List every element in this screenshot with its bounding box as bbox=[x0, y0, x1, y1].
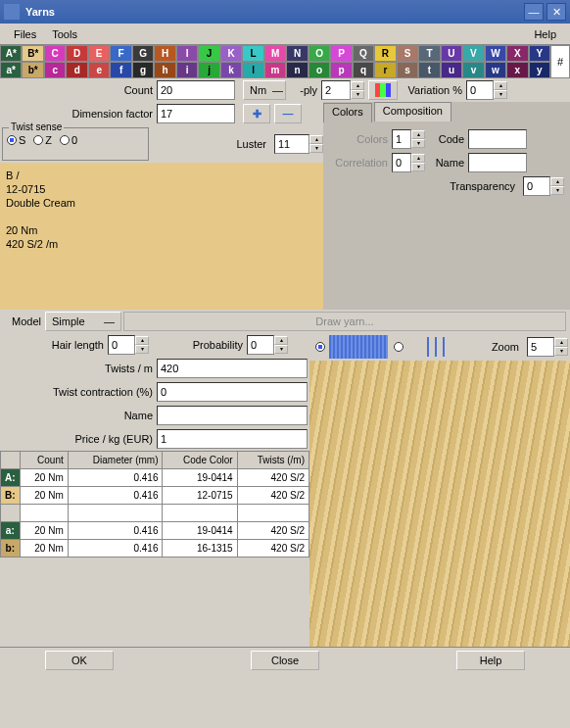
ply-spinner[interactable]: ▴▾ bbox=[351, 81, 364, 99]
colors-count-input[interactable] bbox=[392, 129, 411, 149]
minimize-button[interactable]: — bbox=[524, 3, 544, 21]
palette-cell-d[interactable]: d bbox=[66, 62, 87, 78]
menu-help[interactable]: Help bbox=[526, 26, 564, 42]
palette-cell-o[interactable]: o bbox=[309, 62, 330, 78]
palette-cell-k[interactable]: k bbox=[220, 62, 242, 78]
palette-cell-f[interactable]: f bbox=[110, 62, 131, 78]
tab-composition[interactable]: Composition bbox=[374, 102, 451, 121]
palette-cell-t[interactable]: t bbox=[418, 62, 440, 78]
palette-cell-C[interactable]: C bbox=[44, 45, 66, 62]
palette-cell-n[interactable]: n bbox=[286, 62, 308, 78]
contraction-input[interactable] bbox=[157, 382, 308, 402]
palette-cell-D[interactable]: D bbox=[66, 45, 87, 62]
palette-cell-b*[interactable]: b* bbox=[22, 62, 43, 78]
luster-spinner[interactable]: ▴▾ bbox=[309, 135, 323, 153]
palette-cell-K[interactable]: K bbox=[220, 45, 242, 62]
luster-input[interactable] bbox=[274, 134, 309, 154]
tab-colors[interactable]: Colors bbox=[323, 103, 372, 122]
unit-select[interactable]: Nm — bbox=[243, 80, 286, 100]
close-button[interactable]: ✕ bbox=[546, 3, 566, 21]
twist-z-radio[interactable] bbox=[33, 135, 43, 145]
palette-cell-S[interactable]: S bbox=[397, 45, 418, 62]
code-input[interactable] bbox=[468, 129, 527, 149]
palette-cell-P[interactable]: P bbox=[330, 45, 352, 62]
model-select[interactable]: Simple— bbox=[45, 312, 121, 331]
menu-files[interactable]: Files bbox=[6, 26, 44, 42]
palette-cell-j[interactable]: j bbox=[198, 62, 219, 78]
palette-cell-F[interactable]: F bbox=[110, 45, 131, 62]
close-dialog-button[interactable]: Close bbox=[251, 651, 319, 670]
palette-cell-m[interactable]: m bbox=[264, 62, 286, 78]
palette-cell-E[interactable]: E bbox=[88, 45, 110, 62]
palette-cell-s[interactable]: s bbox=[397, 62, 418, 78]
palette-cell-V[interactable]: V bbox=[462, 45, 484, 62]
plus-button[interactable]: ✚ bbox=[243, 104, 270, 123]
palette-cell-c[interactable]: c bbox=[44, 62, 66, 78]
ok-button[interactable]: OK bbox=[45, 651, 114, 670]
transparency-input[interactable] bbox=[523, 176, 550, 196]
count-input[interactable] bbox=[157, 80, 235, 100]
palette-cell-H[interactable]: H bbox=[154, 45, 175, 62]
palette-cell-w[interactable]: w bbox=[485, 62, 506, 78]
zoom-spinner[interactable]: ▴▾ bbox=[554, 338, 568, 356]
yarn-swatch: B / 12-0715 Double Cream 20 Nm 420 S/2 /… bbox=[0, 163, 323, 310]
palette-cell-a*[interactable]: a* bbox=[0, 62, 22, 78]
transparency-spinner[interactable]: ▴▾ bbox=[550, 177, 564, 195]
palette-cell-Y[interactable]: Y bbox=[529, 45, 550, 62]
probability-input[interactable] bbox=[247, 335, 274, 355]
palette-cell-L[interactable]: L bbox=[242, 45, 263, 62]
palette-cell-T[interactable]: T bbox=[418, 45, 440, 62]
dimension-input[interactable] bbox=[157, 104, 235, 123]
colors-count-spinner[interactable]: ▴▾ bbox=[411, 130, 425, 148]
palette-cell-x[interactable]: x bbox=[506, 62, 528, 78]
palette-cell-i[interactable]: i bbox=[176, 62, 198, 78]
menu-tools[interactable]: Tools bbox=[44, 26, 85, 42]
palette-cell-l[interactable]: l bbox=[242, 62, 263, 78]
palette-cell-N[interactable]: N bbox=[286, 45, 308, 62]
palette-cell-h[interactable]: h bbox=[154, 62, 175, 78]
palette-cell-q[interactable]: q bbox=[353, 62, 374, 78]
hair-length-input[interactable] bbox=[108, 335, 135, 355]
twist-0-radio[interactable] bbox=[60, 135, 70, 145]
palette-cell-G[interactable]: G bbox=[132, 45, 154, 62]
color-name-input[interactable] bbox=[468, 153, 527, 172]
palette-hash-button[interactable]: # bbox=[550, 45, 570, 78]
minus-button[interactable]: — bbox=[274, 104, 302, 123]
preview-radio-2[interactable] bbox=[394, 342, 404, 352]
hair-length-label: Hair length bbox=[2, 339, 108, 351]
palette-cell-r[interactable]: r bbox=[374, 62, 396, 78]
correlation-spinner[interactable]: ▴▾ bbox=[411, 154, 425, 171]
palette-picker-button[interactable] bbox=[368, 80, 398, 100]
name-input[interactable] bbox=[157, 406, 308, 425]
variation-input[interactable] bbox=[466, 80, 494, 100]
palette-cell-y[interactable]: y bbox=[529, 62, 550, 78]
palette-cell-I[interactable]: I bbox=[176, 45, 198, 62]
draw-yarn-button[interactable]: Draw yarn... bbox=[123, 312, 566, 331]
palette-cell-U[interactable]: U bbox=[441, 45, 462, 62]
palette-cell-J[interactable]: J bbox=[198, 45, 219, 62]
palette-cell-u[interactable]: u bbox=[441, 62, 462, 78]
palette-cell-B*[interactable]: B* bbox=[22, 45, 43, 62]
palette-cell-g[interactable]: g bbox=[132, 62, 154, 78]
twists-m-input[interactable] bbox=[157, 359, 308, 378]
palette-cell-e[interactable]: e bbox=[88, 62, 110, 78]
palette-cell-M[interactable]: M bbox=[264, 45, 286, 62]
twist-s-radio[interactable] bbox=[7, 135, 17, 145]
palette-cell-A*[interactable]: A* bbox=[0, 45, 22, 62]
palette-cell-W[interactable]: W bbox=[485, 45, 506, 62]
hair-length-spinner[interactable]: ▴▾ bbox=[135, 336, 149, 354]
help-button[interactable]: Help bbox=[456, 651, 525, 670]
palette-cell-R[interactable]: R bbox=[374, 45, 396, 62]
preview-radio-1[interactable] bbox=[315, 342, 325, 352]
price-input[interactable] bbox=[157, 429, 308, 449]
palette-cell-X[interactable]: X bbox=[506, 45, 528, 62]
variation-spinner[interactable]: ▴▾ bbox=[494, 81, 507, 99]
palette-cell-p[interactable]: p bbox=[330, 62, 352, 78]
ply-input[interactable] bbox=[321, 80, 351, 100]
correlation-input[interactable] bbox=[392, 153, 411, 172]
probability-spinner[interactable]: ▴▾ bbox=[274, 336, 288, 354]
zoom-input[interactable] bbox=[527, 337, 554, 357]
palette-cell-O[interactable]: O bbox=[309, 45, 330, 62]
palette-cell-v[interactable]: v bbox=[462, 62, 484, 78]
palette-cell-Q[interactable]: Q bbox=[353, 45, 374, 62]
